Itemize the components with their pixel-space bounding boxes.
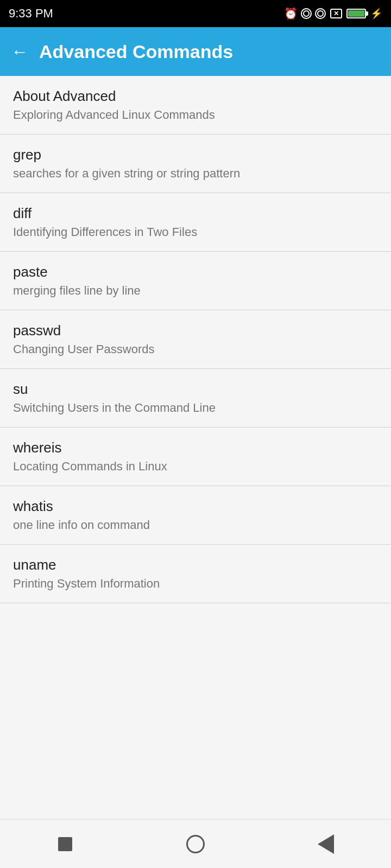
back-arrow-icon: ←: [11, 42, 28, 62]
list-item[interactable]: About AdvancedExploring Advanced Linux C…: [0, 76, 391, 135]
item-subtitle: Changing User Passwords: [13, 342, 378, 356]
item-title: paste: [13, 264, 378, 280]
alarm-icon: ⏰: [284, 7, 298, 20]
status-bar: 9:33 PM ⏰ ✕ ⚡: [0, 0, 391, 27]
item-subtitle: Locating Commands in Linux: [13, 459, 378, 474]
circle-icon: [186, 835, 205, 853]
list-item[interactable]: pastemerging files line by line: [0, 252, 391, 310]
item-subtitle: one line info on command: [13, 518, 378, 532]
status-time: 9:33 PM: [9, 7, 53, 21]
charging-icon: ⚡: [370, 8, 382, 20]
square-icon: [58, 837, 72, 851]
back-button[interactable]: ←: [11, 42, 28, 62]
item-title: diff: [13, 205, 378, 222]
item-title: su: [13, 381, 378, 398]
app-bar: ← Advanced Commands: [0, 27, 391, 76]
item-subtitle: merging files line by line: [13, 284, 378, 298]
back-nav-button[interactable]: [304, 828, 348, 860]
item-title: passwd: [13, 322, 378, 339]
x-close-icon: ✕: [330, 9, 342, 18]
list-item[interactable]: unamePrinting System Information: [0, 545, 391, 603]
app-bar-title: Advanced Commands: [39, 41, 233, 62]
item-subtitle: Printing System Information: [13, 577, 378, 591]
list-item[interactable]: diffIdentifying Differences in Two Files: [0, 193, 391, 252]
item-subtitle: searches for a given string or string pa…: [13, 167, 378, 181]
nav-bar: [0, 819, 391, 868]
item-title: whereis: [13, 439, 378, 456]
status-right: ⏰ ✕ ⚡: [284, 7, 382, 20]
list-item[interactable]: passwdChanging User Passwords: [0, 310, 391, 369]
recent-apps-button[interactable]: [43, 828, 87, 860]
item-title: uname: [13, 557, 378, 573]
home-button[interactable]: [174, 828, 217, 860]
list-item[interactable]: suSwitching Users in the Command Line: [0, 369, 391, 427]
item-subtitle: Exploring Advanced Linux Commands: [13, 108, 378, 122]
battery-icon: [346, 9, 366, 18]
item-title: About Advanced: [13, 88, 378, 105]
triangle-icon: [318, 834, 334, 854]
list-item[interactable]: whatisone line info on command: [0, 486, 391, 545]
item-subtitle: Identifying Differences in Two Files: [13, 225, 378, 239]
status-icons: ⏰: [284, 7, 326, 20]
item-title: whatis: [13, 498, 378, 515]
item-title: grep: [13, 146, 378, 163]
list-item[interactable]: whereisLocating Commands in Linux: [0, 427, 391, 486]
item-subtitle: Switching Users in the Command Line: [13, 401, 378, 415]
circle-badge-icon-2: [315, 8, 326, 19]
circle-badge-icon-1: [301, 8, 312, 19]
list-item[interactable]: grepsearches for a given string or strin…: [0, 135, 391, 193]
commands-list: About AdvancedExploring Advanced Linux C…: [0, 76, 391, 819]
